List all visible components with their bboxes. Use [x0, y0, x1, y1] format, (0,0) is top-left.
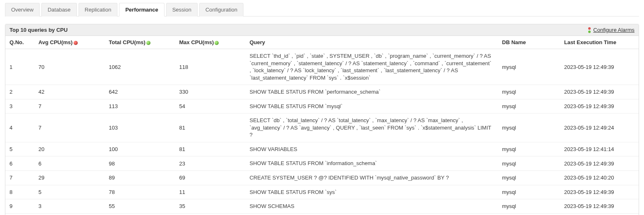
cell-total: 43	[105, 213, 175, 215]
configure-alarms-label: Configure Alarms	[593, 27, 634, 33]
cell-qno: 8	[5, 185, 34, 199]
cell-max: 11	[175, 185, 246, 199]
col-time[interactable]: Last Execution Time	[560, 36, 639, 49]
col-query-label: Query	[250, 39, 265, 45]
table-row[interactable]: 935535SHOW SCHEMASmysql2023-05-19 12:49:…	[5, 199, 639, 214]
table-row[interactable]: 52010081SHOW VARIABLESmysql2023-05-19 12…	[5, 142, 639, 156]
tab-session[interactable]: Session	[166, 3, 198, 17]
cell-time: 2023-05-19 12:49:39	[560, 49, 639, 85]
cell-max: 23	[175, 156, 246, 171]
cell-query: SHOW GLOBAL STATUS	[246, 213, 498, 215]
table-header-row: Q.No. Avg CPU(ms) Total CPU(ms) Max CPU(…	[5, 36, 639, 49]
cell-time: 2023-05-19 12:49:24	[560, 113, 639, 142]
table-row[interactable]: 242642330SHOW TABLE STATUS FROM `perform…	[5, 85, 639, 99]
table-row[interactable]: 4710381SELECT `db` , `total_latency` / ?…	[5, 113, 639, 142]
col-db-label: DB Name	[502, 39, 526, 45]
cell-db: mysql	[498, 49, 560, 85]
cell-query: SHOW SCHEMAS	[246, 199, 498, 214]
col-avg-label: Avg CPU(ms)	[38, 39, 73, 45]
tab-database[interactable]: Database	[41, 3, 77, 17]
tab-replication[interactable]: Replication	[79, 3, 117, 17]
cell-query: CREATE SYSTEM_USER ? @? IDENTIFIED WITH …	[246, 171, 498, 185]
col-db[interactable]: DB Name	[498, 36, 560, 49]
configure-alarms-link[interactable]: Configure Alarms	[587, 27, 634, 33]
cell-query: SELECT `db` , `total_latency` / ? AS `to…	[246, 113, 498, 142]
table-row[interactable]: 857811SHOW TABLE STATUS FROM `sys`mysql2…	[5, 185, 639, 199]
top-queries-table: Q.No. Avg CPU(ms) Total CPU(ms) Max CPU(…	[5, 36, 639, 215]
cell-query: SELECT `thd_id` , `pid` , `state` , SYST…	[246, 49, 498, 85]
cell-total: 78	[105, 185, 175, 199]
cell-avg: 70	[34, 49, 105, 85]
table-row[interactable]: 7298969CREATE SYSTEM_USER ? @? IDENTIFIE…	[5, 171, 639, 185]
cell-db: mysql	[498, 156, 560, 171]
cell-query: SHOW TABLE STATUS FROM `sys`	[246, 185, 498, 199]
cell-db: mysql	[498, 185, 560, 199]
cell-qno: 2	[5, 85, 34, 99]
cell-time: 2023-05-19 12:49:38	[560, 213, 639, 215]
tab-bar: OverviewDatabaseReplicationPerformanceSe…	[5, 2, 639, 17]
cell-qno: 4	[5, 113, 34, 142]
cell-db: mysql	[498, 113, 560, 142]
cell-query: SHOW TABLE STATUS FROM `mysql`	[246, 99, 498, 113]
cell-max: 69	[175, 171, 246, 185]
tab-overview[interactable]: Overview	[5, 3, 40, 17]
cell-total: 1062	[105, 49, 175, 85]
cell-qno: 10	[5, 213, 34, 215]
col-time-label: Last Execution Time	[564, 39, 616, 45]
col-max-label: Max CPU(ms)	[179, 39, 214, 45]
cell-time: 2023-05-19 12:40:20	[560, 171, 639, 185]
cell-total: 55	[105, 199, 175, 214]
cell-qno: 3	[5, 99, 34, 113]
table-row[interactable]: 3711354SHOW TABLE STATUS FROM `mysql`mys…	[5, 99, 639, 113]
cell-db: mysql	[498, 85, 560, 99]
cell-max: 35	[175, 199, 246, 214]
cell-total: 642	[105, 85, 175, 99]
cell-db: mysql	[498, 142, 560, 156]
cell-time: 2023-05-19 12:49:39	[560, 85, 639, 99]
cell-avg: 5	[34, 185, 105, 199]
status-dot-icon	[215, 41, 219, 45]
col-total[interactable]: Total CPU(ms)	[105, 36, 175, 49]
cell-qno: 5	[5, 142, 34, 156]
table-row[interactable]: 669823SHOW TABLE STATUS FROM `informatio…	[5, 156, 639, 171]
cell-query: SHOW VARIABLES	[246, 142, 498, 156]
cell-qno: 9	[5, 199, 34, 214]
cell-max: 81	[175, 142, 246, 156]
col-max[interactable]: Max CPU(ms)	[175, 36, 246, 49]
cell-time: 2023-05-19 12:49:39	[560, 99, 639, 113]
table-row[interactable]: 1024317SHOW GLOBAL STATUSmysql2023-05-19…	[5, 213, 639, 215]
alarm-icon	[587, 27, 592, 33]
top-queries-panel: Top 10 queries by CPU Configure Alarms Q…	[5, 24, 639, 215]
cell-avg: 6	[34, 156, 105, 171]
cell-max: 330	[175, 85, 246, 99]
tab-performance[interactable]: Performance	[119, 3, 164, 17]
col-qno-label: Q.No.	[10, 39, 24, 45]
cell-max: 118	[175, 49, 246, 85]
col-query[interactable]: Query	[246, 36, 498, 49]
tab-configuration[interactable]: Configuration	[199, 3, 243, 17]
cell-avg: 7	[34, 113, 105, 142]
cell-db: mysql	[498, 99, 560, 113]
cell-total: 103	[105, 113, 175, 142]
cell-total: 113	[105, 99, 175, 113]
col-avg[interactable]: Avg CPU(ms)	[34, 36, 105, 49]
cell-qno: 1	[5, 49, 34, 85]
cell-db: mysql	[498, 199, 560, 214]
cell-total: 98	[105, 156, 175, 171]
status-dot-icon	[146, 41, 150, 45]
cell-time: 2023-05-19 12:49:39	[560, 199, 639, 214]
cell-db: mysql	[498, 213, 560, 215]
cell-db: mysql	[498, 171, 560, 185]
cell-avg: 3	[34, 199, 105, 214]
cell-query: SHOW TABLE STATUS FROM `performance_sche…	[246, 85, 498, 99]
table-row[interactable]: 1701062118SELECT `thd_id` , `pid` , `sta…	[5, 49, 639, 85]
col-qno[interactable]: Q.No.	[5, 36, 34, 49]
cell-avg: 2	[34, 213, 105, 215]
cell-time: 2023-05-19 12:49:39	[560, 156, 639, 171]
cell-query: SHOW TABLE STATUS FROM `information_sche…	[246, 156, 498, 171]
cell-avg: 42	[34, 85, 105, 99]
cell-qno: 7	[5, 171, 34, 185]
panel-header: Top 10 queries by CPU Configure Alarms	[5, 24, 639, 36]
cell-time: 2023-05-19 12:49:39	[560, 185, 639, 199]
cell-avg: 29	[34, 171, 105, 185]
